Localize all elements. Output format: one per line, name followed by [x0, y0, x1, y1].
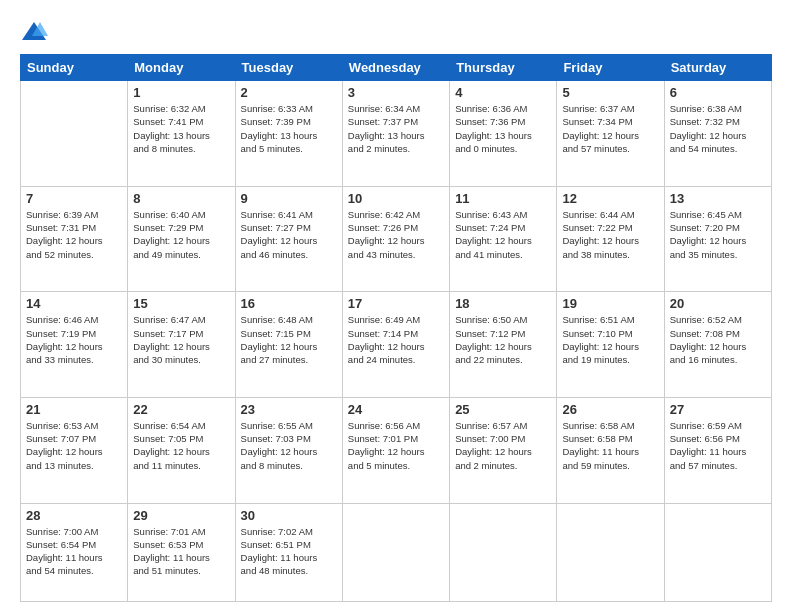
- calendar-cell: 28Sunrise: 7:00 AM Sunset: 6:54 PM Dayli…: [21, 503, 128, 602]
- calendar-table: SundayMondayTuesdayWednesdayThursdayFrid…: [20, 54, 772, 602]
- day-number: 21: [26, 402, 122, 417]
- day-number: 6: [670, 85, 766, 100]
- day-number: 27: [670, 402, 766, 417]
- calendar-cell: 8Sunrise: 6:40 AM Sunset: 7:29 PM Daylig…: [128, 186, 235, 292]
- day-number: 5: [562, 85, 658, 100]
- day-number: 15: [133, 296, 229, 311]
- calendar-cell: 13Sunrise: 6:45 AM Sunset: 7:20 PM Dayli…: [664, 186, 771, 292]
- weekday-sunday: Sunday: [21, 55, 128, 81]
- week-row-4: 21Sunrise: 6:53 AM Sunset: 7:07 PM Dayli…: [21, 397, 772, 503]
- calendar-cell: 6Sunrise: 6:38 AM Sunset: 7:32 PM Daylig…: [664, 81, 771, 187]
- calendar-cell: 4Sunrise: 6:36 AM Sunset: 7:36 PM Daylig…: [450, 81, 557, 187]
- header: [20, 18, 772, 46]
- calendar-cell: 30Sunrise: 7:02 AM Sunset: 6:51 PM Dayli…: [235, 503, 342, 602]
- day-number: 17: [348, 296, 444, 311]
- calendar-cell: [342, 503, 449, 602]
- day-number: 2: [241, 85, 337, 100]
- day-info: Sunrise: 6:45 AM Sunset: 7:20 PM Dayligh…: [670, 208, 766, 261]
- weekday-saturday: Saturday: [664, 55, 771, 81]
- day-info: Sunrise: 6:52 AM Sunset: 7:08 PM Dayligh…: [670, 313, 766, 366]
- day-info: Sunrise: 6:33 AM Sunset: 7:39 PM Dayligh…: [241, 102, 337, 155]
- calendar-cell: 15Sunrise: 6:47 AM Sunset: 7:17 PM Dayli…: [128, 292, 235, 398]
- day-info: Sunrise: 6:59 AM Sunset: 6:56 PM Dayligh…: [670, 419, 766, 472]
- calendar-cell: 16Sunrise: 6:48 AM Sunset: 7:15 PM Dayli…: [235, 292, 342, 398]
- day-info: Sunrise: 6:55 AM Sunset: 7:03 PM Dayligh…: [241, 419, 337, 472]
- day-number: 4: [455, 85, 551, 100]
- day-number: 13: [670, 191, 766, 206]
- day-info: Sunrise: 6:50 AM Sunset: 7:12 PM Dayligh…: [455, 313, 551, 366]
- day-info: Sunrise: 6:42 AM Sunset: 7:26 PM Dayligh…: [348, 208, 444, 261]
- day-info: Sunrise: 6:47 AM Sunset: 7:17 PM Dayligh…: [133, 313, 229, 366]
- day-info: Sunrise: 6:51 AM Sunset: 7:10 PM Dayligh…: [562, 313, 658, 366]
- weekday-thursday: Thursday: [450, 55, 557, 81]
- day-number: 9: [241, 191, 337, 206]
- day-info: Sunrise: 7:01 AM Sunset: 6:53 PM Dayligh…: [133, 525, 229, 578]
- day-number: 24: [348, 402, 444, 417]
- calendar-cell: 25Sunrise: 6:57 AM Sunset: 7:00 PM Dayli…: [450, 397, 557, 503]
- calendar-cell: 3Sunrise: 6:34 AM Sunset: 7:37 PM Daylig…: [342, 81, 449, 187]
- day-number: 25: [455, 402, 551, 417]
- calendar-cell: [557, 503, 664, 602]
- calendar-cell: 17Sunrise: 6:49 AM Sunset: 7:14 PM Dayli…: [342, 292, 449, 398]
- day-number: 3: [348, 85, 444, 100]
- weekday-monday: Monday: [128, 55, 235, 81]
- calendar-cell: 21Sunrise: 6:53 AM Sunset: 7:07 PM Dayli…: [21, 397, 128, 503]
- day-info: Sunrise: 6:58 AM Sunset: 6:58 PM Dayligh…: [562, 419, 658, 472]
- day-info: Sunrise: 6:53 AM Sunset: 7:07 PM Dayligh…: [26, 419, 122, 472]
- calendar-cell: [450, 503, 557, 602]
- day-info: Sunrise: 6:36 AM Sunset: 7:36 PM Dayligh…: [455, 102, 551, 155]
- day-info: Sunrise: 6:44 AM Sunset: 7:22 PM Dayligh…: [562, 208, 658, 261]
- day-info: Sunrise: 6:43 AM Sunset: 7:24 PM Dayligh…: [455, 208, 551, 261]
- day-info: Sunrise: 6:54 AM Sunset: 7:05 PM Dayligh…: [133, 419, 229, 472]
- calendar-cell: 7Sunrise: 6:39 AM Sunset: 7:31 PM Daylig…: [21, 186, 128, 292]
- calendar-cell: 5Sunrise: 6:37 AM Sunset: 7:34 PM Daylig…: [557, 81, 664, 187]
- day-number: 16: [241, 296, 337, 311]
- day-number: 18: [455, 296, 551, 311]
- calendar-cell: 2Sunrise: 6:33 AM Sunset: 7:39 PM Daylig…: [235, 81, 342, 187]
- calendar-cell: 10Sunrise: 6:42 AM Sunset: 7:26 PM Dayli…: [342, 186, 449, 292]
- calendar-cell: [21, 81, 128, 187]
- day-info: Sunrise: 6:56 AM Sunset: 7:01 PM Dayligh…: [348, 419, 444, 472]
- calendar-cell: 9Sunrise: 6:41 AM Sunset: 7:27 PM Daylig…: [235, 186, 342, 292]
- day-number: 28: [26, 508, 122, 523]
- weekday-header-row: SundayMondayTuesdayWednesdayThursdayFrid…: [21, 55, 772, 81]
- day-info: Sunrise: 6:32 AM Sunset: 7:41 PM Dayligh…: [133, 102, 229, 155]
- calendar-cell: 19Sunrise: 6:51 AM Sunset: 7:10 PM Dayli…: [557, 292, 664, 398]
- day-info: Sunrise: 6:49 AM Sunset: 7:14 PM Dayligh…: [348, 313, 444, 366]
- day-info: Sunrise: 6:39 AM Sunset: 7:31 PM Dayligh…: [26, 208, 122, 261]
- day-info: Sunrise: 6:41 AM Sunset: 7:27 PM Dayligh…: [241, 208, 337, 261]
- week-row-1: 1Sunrise: 6:32 AM Sunset: 7:41 PM Daylig…: [21, 81, 772, 187]
- logo: [20, 18, 52, 46]
- week-row-5: 28Sunrise: 7:00 AM Sunset: 6:54 PM Dayli…: [21, 503, 772, 602]
- weekday-wednesday: Wednesday: [342, 55, 449, 81]
- calendar-cell: 20Sunrise: 6:52 AM Sunset: 7:08 PM Dayli…: [664, 292, 771, 398]
- day-number: 26: [562, 402, 658, 417]
- calendar-cell: 12Sunrise: 6:44 AM Sunset: 7:22 PM Dayli…: [557, 186, 664, 292]
- day-number: 22: [133, 402, 229, 417]
- calendar-cell: [664, 503, 771, 602]
- day-number: 19: [562, 296, 658, 311]
- day-number: 11: [455, 191, 551, 206]
- calendar-cell: 11Sunrise: 6:43 AM Sunset: 7:24 PM Dayli…: [450, 186, 557, 292]
- day-number: 12: [562, 191, 658, 206]
- calendar-cell: 14Sunrise: 6:46 AM Sunset: 7:19 PM Dayli…: [21, 292, 128, 398]
- page: SundayMondayTuesdayWednesdayThursdayFrid…: [0, 0, 792, 612]
- day-number: 29: [133, 508, 229, 523]
- calendar-cell: 26Sunrise: 6:58 AM Sunset: 6:58 PM Dayli…: [557, 397, 664, 503]
- day-info: Sunrise: 6:37 AM Sunset: 7:34 PM Dayligh…: [562, 102, 658, 155]
- calendar-cell: 27Sunrise: 6:59 AM Sunset: 6:56 PM Dayli…: [664, 397, 771, 503]
- day-info: Sunrise: 6:38 AM Sunset: 7:32 PM Dayligh…: [670, 102, 766, 155]
- day-number: 30: [241, 508, 337, 523]
- day-number: 1: [133, 85, 229, 100]
- day-info: Sunrise: 6:46 AM Sunset: 7:19 PM Dayligh…: [26, 313, 122, 366]
- day-info: Sunrise: 6:34 AM Sunset: 7:37 PM Dayligh…: [348, 102, 444, 155]
- week-row-3: 14Sunrise: 6:46 AM Sunset: 7:19 PM Dayli…: [21, 292, 772, 398]
- day-info: Sunrise: 6:57 AM Sunset: 7:00 PM Dayligh…: [455, 419, 551, 472]
- day-info: Sunrise: 6:48 AM Sunset: 7:15 PM Dayligh…: [241, 313, 337, 366]
- day-info: Sunrise: 7:02 AM Sunset: 6:51 PM Dayligh…: [241, 525, 337, 578]
- day-info: Sunrise: 7:00 AM Sunset: 6:54 PM Dayligh…: [26, 525, 122, 578]
- day-number: 8: [133, 191, 229, 206]
- weekday-friday: Friday: [557, 55, 664, 81]
- week-row-2: 7Sunrise: 6:39 AM Sunset: 7:31 PM Daylig…: [21, 186, 772, 292]
- logo-icon: [20, 18, 48, 46]
